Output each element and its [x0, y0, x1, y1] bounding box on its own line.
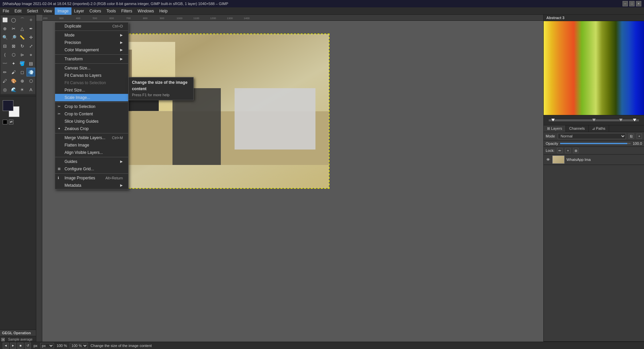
gegl-close-btn[interactable]: ✕	[1, 338, 5, 341]
tool-scale[interactable]: ⤢	[27, 42, 35, 50]
tool-gradient[interactable]: ▤	[27, 59, 35, 68]
menu-item-scale-image[interactable]: Scale Image...	[55, 94, 128, 101]
menu-help[interactable]: Help	[157, 7, 170, 15]
menu-item-crop-to-selection[interactable]: ✂ Crop to Selection	[55, 103, 128, 110]
menu-item-flatten[interactable]: Flatten Image	[55, 141, 128, 149]
paths-icon: ⊿	[592, 126, 595, 130]
tool-handle[interactable]: ✦	[9, 59, 18, 68]
menu-layer[interactable]: Layer	[71, 7, 87, 15]
close-button[interactable]: ✕	[636, 1, 641, 6]
tool-ellipse-select[interactable]: ◯	[9, 15, 18, 24]
menu-item-print-size[interactable]: Print Size...	[55, 86, 128, 94]
tool-pencil[interactable]: ✏	[1, 68, 9, 76]
gradient-handle-3[interactable]	[619, 119, 623, 121]
tool-free-select[interactable]: ⌒	[18, 15, 27, 24]
tool-shear[interactable]: ⟨	[1, 50, 9, 59]
tool-crop[interactable]: ⊠	[9, 42, 18, 50]
menu-item-merge-visible[interactable]: Merge Visible Layers... Ctrl+M	[55, 134, 128, 141]
layer-item-whatsapp[interactable]: 👁 WhatsApp Ima	[544, 155, 644, 165]
tool-perspective[interactable]: ⬡	[9, 50, 18, 59]
menu-item-align-visible[interactable]: Align Visible Layers...	[55, 149, 128, 156]
menu-item-color-management[interactable]: Color Management ▶	[55, 46, 128, 54]
tool-foreground[interactable]: △	[18, 24, 27, 33]
reset-colors[interactable]	[3, 120, 7, 124]
menu-item-zealous-crop[interactable]: ✦ Zealous Crop	[55, 125, 128, 132]
tool-warp[interactable]: 〰	[1, 59, 9, 68]
tool-align[interactable]: ⊟	[1, 42, 9, 50]
status-refresh-btn[interactable]: ↺	[25, 343, 31, 349]
tab-paths[interactable]: ⊿ Paths	[589, 125, 609, 132]
tool-airbrush[interactable]: 💨	[27, 68, 35, 76]
menu-item-duplicate[interactable]: Duplicate Ctrl+D	[55, 22, 128, 30]
swap-colors[interactable]: ⇄	[9, 120, 13, 124]
mode-select[interactable]: Normal Dissolve Multiply Screen	[558, 133, 626, 139]
status-stop-btn[interactable]: ■	[17, 343, 23, 349]
tool-fuzzy-select[interactable]: ⟡	[27, 15, 35, 24]
unit-select[interactable]: px % mm	[40, 343, 54, 348]
menu-edit[interactable]: Edit	[12, 7, 24, 15]
status-prev-btn[interactable]: ◄	[3, 343, 9, 349]
tool-measure[interactable]: 📏	[18, 33, 27, 42]
layer-chain-btn[interactable]: ⛓	[629, 133, 634, 139]
tool-ink[interactable]: 🖊	[1, 76, 9, 85]
gradient-handle-4[interactable]	[633, 119, 636, 121]
status-next-btn[interactable]: ►	[10, 343, 16, 349]
tool-mypaint[interactable]: 🎨	[9, 76, 18, 85]
menu-item-configure-grid[interactable]: ⊞ Configure Grid...	[55, 165, 128, 173]
gradient-handle-2[interactable]	[592, 119, 596, 121]
menu-item-precision[interactable]: Precision ▶	[55, 39, 128, 46]
maximize-button[interactable]: □	[629, 1, 635, 6]
menu-item-metadata[interactable]: Metadata ▶	[55, 182, 128, 189]
lock-position-btn[interactable]: +	[565, 148, 571, 153]
zoom-select[interactable]: 100 % 50 % 200 %	[70, 343, 88, 348]
lock-alpha-btn[interactable]: ⊞	[573, 148, 579, 153]
layers-list[interactable]: 👁 WhatsApp Ima	[544, 155, 644, 341]
tab-layers[interactable]: ⊞ Layers	[544, 125, 566, 132]
tool-blur-sharpen[interactable]: ◎	[1, 85, 9, 94]
menu-item-image-properties[interactable]: ℹ Image Properties Alt+Return	[55, 174, 128, 182]
foreground-color-swatch[interactable]	[3, 100, 13, 111]
layer-visibility-eye[interactable]: 👁	[546, 157, 550, 162]
opacity-slider[interactable]	[560, 143, 631, 144]
tool-text[interactable]: A	[27, 85, 35, 94]
tool-paintbrush[interactable]: 🖌	[9, 68, 18, 76]
lock-pixels-btn[interactable]: ✏	[557, 148, 562, 153]
menu-item-fit-canvas-layers[interactable]: Fit Canvas to Layers	[55, 72, 128, 79]
tool-paths[interactable]: ✒	[27, 24, 35, 33]
gradient-slider-track[interactable]	[549, 119, 639, 121]
tool-zoom[interactable]: 🔎	[9, 33, 18, 42]
tool-color-picker[interactable]: 🔍	[1, 33, 9, 42]
menu-image[interactable]: Image Duplicate Ctrl+D Mode ▶	[55, 7, 71, 15]
tool-move[interactable]: ✛	[27, 33, 35, 42]
tool-perspective-clone[interactable]: ⬡	[27, 76, 35, 85]
menu-windows[interactable]: Windows	[135, 7, 157, 15]
tool-eraser[interactable]: ◻	[18, 68, 27, 76]
menu-item-mode[interactable]: Mode ▶	[55, 32, 128, 39]
menu-item-crop-to-content[interactable]: ✂ Crop to Content	[55, 110, 128, 118]
menu-item-slice-using-guides[interactable]: Slice Using Guides	[55, 118, 128, 125]
tool-rect-select[interactable]: ⬜	[1, 15, 9, 24]
menu-item-transform[interactable]: Transform ▶	[55, 55, 128, 63]
tab-channels[interactable]: Channels	[566, 125, 588, 132]
menu-select[interactable]: Select	[24, 7, 41, 15]
tool-dodge-burn[interactable]: ☀	[18, 85, 27, 94]
tool-smudge[interactable]: 🌊	[9, 85, 18, 94]
menu-item-guides[interactable]: Guides ▶	[55, 158, 128, 165]
menu-file[interactable]: File	[0, 7, 12, 15]
gradient-handle-1[interactable]	[551, 119, 555, 121]
menu-tools[interactable]: Tools	[104, 7, 118, 15]
minimize-button[interactable]: ─	[623, 1, 628, 6]
tool-heal[interactable]: ⊕	[18, 76, 27, 85]
tool-scissors[interactable]: ✂	[9, 24, 18, 33]
menu-view[interactable]: View	[41, 7, 55, 15]
tool-rotate[interactable]: ↻	[18, 42, 27, 50]
tool-flip[interactable]: ⊳	[18, 50, 27, 59]
menu-item-canvas-size[interactable]: Canvas Size...	[55, 64, 128, 72]
menu-filters[interactable]: Filters	[118, 7, 135, 15]
tool-cage[interactable]: ⋄	[27, 50, 35, 59]
fg-bg-swatches[interactable]	[3, 100, 19, 117]
layer-add-mask-btn[interactable]: +	[637, 133, 642, 139]
tool-by-color[interactable]: ⊕	[1, 24, 9, 33]
menu-colors[interactable]: Colors	[87, 7, 104, 15]
tool-bucket[interactable]: 🪣	[18, 59, 27, 68]
